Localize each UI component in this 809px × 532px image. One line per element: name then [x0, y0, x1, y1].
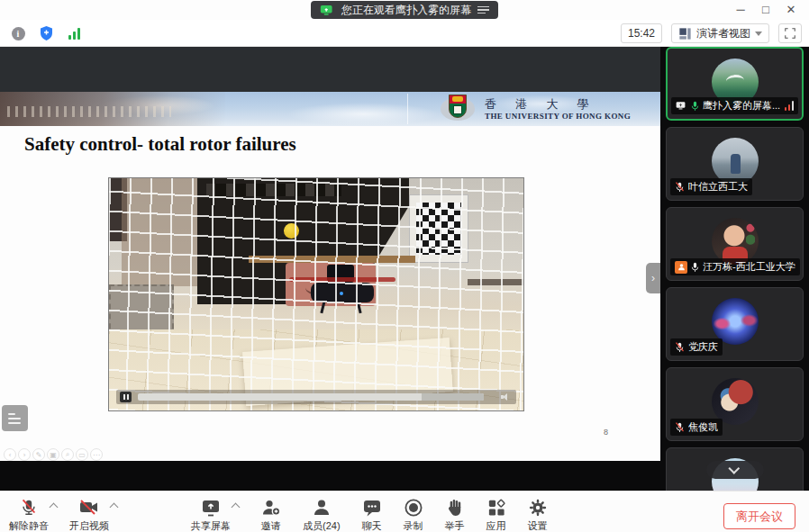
sharing-screen-icon: [676, 101, 687, 111]
record-icon: [404, 498, 423, 518]
prev-slide-icon[interactable]: ‹: [4, 448, 16, 461]
scroll-participants-button[interactable]: [706, 461, 764, 479]
more-options-icon[interactable]: ⋯: [90, 448, 103, 461]
window-controls: ─ □ ✕: [728, 0, 804, 20]
participant-name: 党庆庆: [688, 340, 718, 354]
minimize-button[interactable]: ─: [728, 0, 753, 20]
settings-button[interactable]: 设置: [528, 497, 548, 532]
chevron-down-icon: [755, 32, 762, 36]
invite-button[interactable]: 邀请: [260, 497, 281, 532]
close-button[interactable]: ✕: [778, 0, 804, 20]
watching-banner[interactable]: 您正在观看鹰扑入雾的屏幕: [311, 1, 498, 19]
security-shield-icon[interactable]: [36, 23, 56, 43]
mic-muted-icon: [675, 342, 685, 353]
participant-tile[interactable]: 党庆庆: [666, 287, 804, 361]
meeting-info-icon[interactable]: i: [8, 23, 28, 43]
highlighter-icon[interactable]: ▣: [47, 448, 59, 461]
chevron-down-icon: [728, 463, 740, 474]
annotation-toolbar-button[interactable]: [2, 405, 28, 431]
chat-button[interactable]: 聊天: [362, 497, 382, 532]
volume-icon[interactable]: [501, 393, 509, 401]
university-name-cn: 香 港 大 學: [485, 96, 597, 113]
letterbox-top: [0, 47, 660, 92]
raise-hand-button[interactable]: 举手: [445, 497, 465, 532]
screen-share-active-icon: [320, 5, 335, 16]
video-options-caret[interactable]: [110, 503, 119, 512]
subtitle-icon[interactable]: ▭: [76, 448, 88, 461]
slide-header-banner: 香 港 大 學 THE UNIVERSITY OF HONG KONG: [0, 92, 660, 126]
members-icon: [312, 498, 332, 518]
network-signal-icon[interactable]: [64, 23, 84, 43]
mic-muted-icon: [675, 182, 685, 193]
mic-on-icon: [691, 262, 699, 273]
participants-sidebar: 鹰扑入雾的屏幕... 叶信立西工大: [660, 47, 809, 491]
participant-name: 叶信立西工大: [688, 180, 748, 194]
meeting-window: 您正在观看鹰扑入雾的屏幕 ─ □ ✕ i 15:42: [0, 0, 809, 532]
view-mode-label: 演讲者视图: [696, 26, 750, 41]
pen-icon[interactable]: ✎: [32, 448, 45, 461]
poor-signal-icon: [785, 101, 795, 111]
main-area: 香 港 大 學 THE UNIVERSITY OF HONG KONG Safe…: [0, 47, 809, 491]
participant-tile[interactable]: 焦俊凯: [666, 367, 804, 441]
mic-muted-icon: [675, 422, 685, 433]
meeting-time: 15:42: [621, 23, 662, 43]
fullscreen-button[interactable]: [778, 23, 802, 43]
shared-screen-view: 香 港 大 學 THE UNIVERSITY OF HONG KONG Safe…: [0, 47, 660, 491]
safety-net: [109, 178, 523, 410]
participant-tile[interactable]: 汪万栋-西北工业大学: [666, 207, 804, 281]
hku-crest: [441, 94, 475, 124]
bottom-toolbar: 解除静音 开启视频: [0, 491, 809, 532]
apps-button[interactable]: 应用: [486, 497, 506, 532]
layout-icon: [678, 27, 692, 41]
next-slide-icon[interactable]: ›: [18, 448, 31, 461]
raised-hand-icon: [445, 498, 465, 518]
participant-name: 汪万栋-西北工业大学: [703, 260, 795, 274]
pause-button[interactable]: [120, 392, 132, 402]
host-badge-icon: [675, 261, 687, 274]
record-button[interactable]: 录制: [404, 497, 423, 532]
top-toolbar: i 15:42 演讲者视图: [0, 20, 809, 47]
zoom-icon[interactable]: ⌕: [61, 448, 74, 461]
camera-off-icon: [78, 498, 100, 518]
maximize-button[interactable]: □: [753, 0, 778, 20]
watching-banner-text: 您正在观看鹰扑入雾的屏幕: [341, 3, 471, 18]
start-video-button[interactable]: 开启视频: [69, 497, 109, 532]
participant-tile[interactable]: 叶信立西工大: [666, 127, 804, 201]
members-button[interactable]: 成员(24): [303, 497, 341, 532]
view-mode-selector[interactable]: 演讲者视图: [671, 23, 769, 43]
chat-bubble-icon: [362, 498, 382, 518]
presentation-slide: 香 港 大 學 THE UNIVERSITY OF HONG KONG Safe…: [0, 92, 660, 461]
slide-page-number: 8: [604, 428, 608, 437]
slide-title: Safety control- total rotor failures: [24, 133, 296, 156]
university-name-en: THE UNIVERSITY OF HONG KONG: [485, 112, 631, 121]
participant-name: 焦俊凯: [688, 420, 718, 434]
invite-person-icon: [260, 498, 281, 518]
unmute-button[interactable]: 解除静音: [9, 497, 49, 532]
slideshow-controls: ‹ › ✎ ▣ ⌕ ▭ ⋯: [4, 448, 103, 461]
drone-test-video[interactable]: [108, 177, 524, 411]
hku-building-photo: [0, 92, 225, 126]
participant-tile-sharer[interactable]: 鹰扑入雾的屏幕...: [666, 47, 804, 121]
fullscreen-icon: [784, 27, 796, 40]
share-screen-icon: [200, 498, 222, 518]
title-bar: 您正在观看鹰扑入雾的屏幕 ─ □ ✕: [0, 0, 809, 20]
apps-grid-icon: [486, 498, 506, 518]
banner-menu-icon[interactable]: [477, 6, 489, 14]
gear-icon: [528, 498, 548, 518]
share-screen-button[interactable]: 共享屏幕: [191, 497, 231, 532]
sidebar-collapse-handle[interactable]: ›: [646, 263, 660, 293]
video-progress-bar[interactable]: [138, 393, 484, 401]
leave-meeting-button[interactable]: 离开会议: [723, 503, 795, 529]
participant-name: 鹰扑入雾的屏幕...: [703, 99, 780, 113]
video-player-bar: [116, 390, 516, 404]
mic-muted-icon: [19, 498, 39, 518]
mic-on-icon: [691, 101, 699, 112]
